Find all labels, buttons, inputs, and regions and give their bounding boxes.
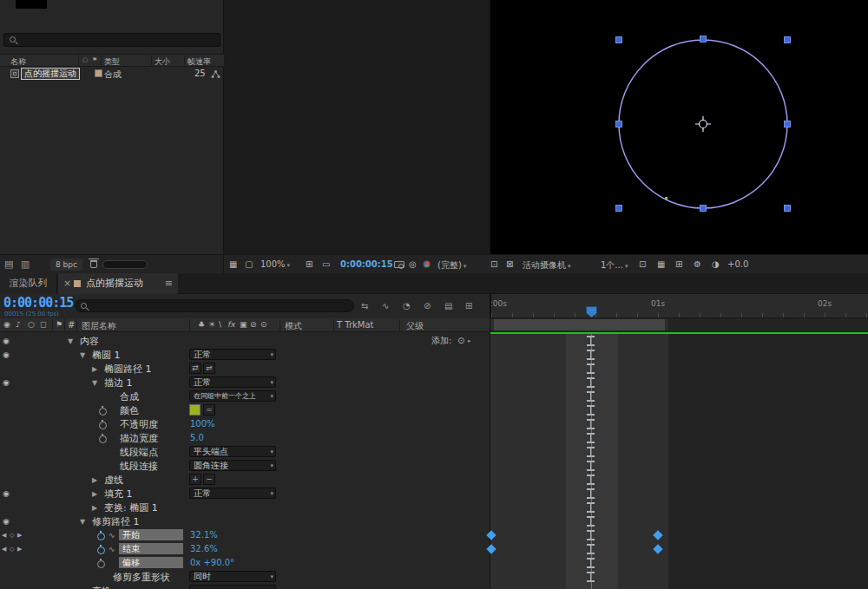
label-color-column-icon[interactable]: ○: [82, 56, 88, 63]
property-label[interactable]: 合成: [120, 390, 139, 403]
region-of-interest-icon[interactable]: ⊡: [490, 259, 497, 269]
trash-icon[interactable]: [90, 260, 97, 268]
eye-icon[interactable]: ◉: [3, 378, 10, 387]
row-trim-end[interactable]: ◀ ◇ ▶ ∿ 结束 32.6%: [0, 542, 868, 556]
blend-mode-dropdown[interactable]: 正常▾: [189, 349, 276, 360]
row-stroke-width[interactable]: 描边宽度 5.0: [0, 431, 868, 445]
trim-multiple-dropdown[interactable]: 同时▾: [189, 571, 276, 582]
property-label[interactable]: 变换: [92, 585, 111, 589]
property-label[interactable]: 填充 1: [104, 488, 133, 501]
row-ellipse-group[interactable]: ◉ ▼ 椭圆 1 正常▾: [0, 348, 868, 362]
property-label-selected[interactable]: 开始: [119, 529, 183, 540]
settings-gear-icon[interactable]: ⚙: [694, 259, 701, 269]
frame-blend-switch-icon[interactable]: ▣: [240, 320, 247, 329]
stopwatch-icon[interactable]: [97, 559, 105, 567]
stopwatch-icon[interactable]: [99, 420, 107, 429]
primary-viewer-icon[interactable]: ▢: [245, 259, 253, 269]
solo-column-icon[interactable]: ○: [28, 320, 35, 329]
stopwatch-icon-active[interactable]: [97, 531, 105, 540]
eye-icon[interactable]: ◉: [3, 517, 10, 526]
property-value[interactable]: 32.6%: [190, 544, 218, 553]
camera-view-dropdown[interactable]: 活动摄像机▾: [523, 259, 571, 272]
magnification-dropdown[interactable]: 100%▾: [260, 259, 290, 269]
column-type[interactable]: 类型: [104, 56, 120, 68]
path-convert-icon[interactable]: ⇌: [203, 363, 215, 374]
stopwatch-icon[interactable]: [99, 434, 107, 442]
keyframe-diamond[interactable]: [486, 544, 496, 553]
flag-column-icon[interactable]: ⚑: [92, 56, 97, 63]
property-label[interactable]: 描边 1: [104, 376, 133, 389]
current-timecode[interactable]: 0:00:00:15: [3, 295, 73, 311]
property-label[interactable]: 变换: 椭圆 1: [104, 501, 158, 514]
eye-icon[interactable]: ◉: [3, 489, 10, 498]
twirl-closed-icon[interactable]: ▶: [92, 504, 97, 512]
project-footer-slider[interactable]: [102, 260, 148, 269]
property-label[interactable]: 线段端点: [120, 446, 158, 459]
prev-keyframe-icon[interactable]: ◀: [2, 546, 6, 553]
row-color[interactable]: 颜色 =: [0, 403, 868, 417]
resolution-dropdown[interactable]: (完整)▾: [437, 259, 466, 272]
audio-column-icon[interactable]: ♪: [16, 320, 21, 329]
line-join-dropdown[interactable]: 圆角连接▾: [189, 460, 276, 471]
collapse-switch-icon[interactable]: ☀: [208, 320, 215, 329]
twirl-closed-icon[interactable]: ▶: [92, 365, 97, 373]
path-direction-icon[interactable]: ⇄: [189, 363, 201, 374]
eye-icon[interactable]: ◉: [3, 337, 10, 345]
stopwatch-icon[interactable]: [99, 406, 107, 415]
3d-switch-icon[interactable]: ⊙: [260, 320, 267, 329]
color-picker-icon[interactable]: =: [203, 404, 215, 416]
lock-column-icon[interactable]: ◻: [40, 320, 46, 329]
comp-flowchart-icon[interactable]: ⊞: [675, 259, 682, 269]
composition-viewer[interactable]: [490, 0, 868, 254]
draft-3d-icon[interactable]: ∿: [382, 301, 389, 311]
twirl-closed-icon[interactable]: ▶: [92, 490, 97, 498]
close-icon[interactable]: ×: [63, 273, 71, 294]
blend-mode-dropdown[interactable]: 正常▾: [189, 376, 276, 388]
property-label[interactable]: 修剪路径 1: [92, 515, 140, 528]
row-trim-start[interactable]: ◀ ◇ ▶ ∿ 开始 32.1%: [0, 528, 868, 542]
channels-icon[interactable]: [423, 260, 431, 268]
row-composite[interactable]: 合成 在同组中前一个之上▾: [0, 389, 868, 403]
snapshot-icon[interactable]: [394, 261, 404, 268]
row-trim-paths[interactable]: ◉ ▼ 修剪路径 1: [0, 514, 868, 528]
property-label[interactable]: 椭圆路径 1: [104, 363, 152, 376]
eye-icon[interactable]: ◉: [3, 350, 10, 359]
always-preview-icon[interactable]: ▦: [229, 259, 237, 269]
property-label[interactable]: 虚线: [104, 474, 123, 487]
tab-composition[interactable]: × 点的摇摆运动 ≡: [58, 273, 178, 294]
shy-layers-icon[interactable]: ◔: [403, 301, 411, 311]
line-cap-dropdown[interactable]: 平头端点▾: [189, 446, 276, 457]
comp-mini-flowchart-icon[interactable]: ⇆: [361, 301, 368, 311]
project-item-row[interactable]: 点的摇摆运动 合成 25: [0, 68, 224, 81]
add-icon[interactable]: ⊙: [457, 336, 464, 345]
twirl-closed-icon[interactable]: ▶: [92, 476, 97, 484]
prev-keyframe-icon[interactable]: ◀: [2, 532, 6, 539]
panel-menu-icon[interactable]: ≡: [165, 273, 173, 294]
fx-switch-icon[interactable]: fx: [227, 320, 235, 329]
bit-depth-button[interactable]: 8 bpc: [50, 259, 82, 271]
property-label[interactable]: 内容: [80, 335, 99, 348]
row-trim-offset[interactable]: 偏移 0x +90.0°: [0, 556, 868, 570]
keyframe-toggle-icon[interactable]: ◇: [10, 546, 14, 553]
property-value[interactable]: 100%: [190, 419, 215, 429]
view-layout-dropdown[interactable]: 1个...▾: [601, 259, 628, 272]
motion-blur-switch-icon[interactable]: ⊘: [250, 320, 257, 329]
remove-dash-icon[interactable]: −: [203, 474, 215, 485]
row-transform-ellipse[interactable]: ▶ 变换: 椭圆 1: [0, 501, 868, 514]
stroke-color-swatch[interactable]: [189, 404, 201, 416]
property-label[interactable]: 修剪多重形状: [113, 571, 170, 584]
mode-column[interactable]: 模式: [285, 320, 302, 332]
stopwatch-icon-active[interactable]: [97, 545, 105, 553]
add-dash-icon[interactable]: +: [189, 474, 201, 485]
work-area-bar[interactable]: [490, 319, 668, 330]
flag-column-icon[interactable]: ⚑: [56, 320, 62, 329]
property-value[interactable]: 32.1%: [190, 530, 218, 540]
exposure-icon[interactable]: ◑: [712, 259, 720, 269]
viewer-timecode[interactable]: 0:00:00:15: [340, 259, 393, 269]
trkmat-column[interactable]: T TrkMat: [337, 320, 374, 330]
property-value[interactable]: 0x +90.0°: [190, 558, 234, 567]
shy-switch-icon[interactable]: ♣: [198, 320, 205, 329]
tab-render-queue[interactable]: 渲染队列: [0, 273, 57, 294]
exposure-value[interactable]: +0.0: [727, 259, 748, 269]
eye-column-icon[interactable]: ◉: [3, 320, 10, 329]
